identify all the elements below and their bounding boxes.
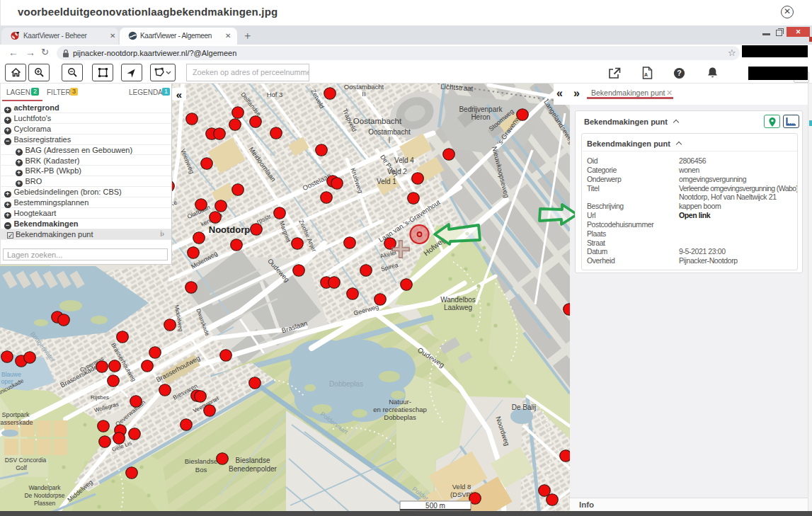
- svg-text:Blauwe: Blauwe: [1, 371, 21, 378]
- svg-text:Dobbeplas: Dobbeplas: [384, 413, 416, 421]
- svg-text:Wandelpark: Wandelpark: [28, 484, 61, 491]
- svg-text:|: |: [389, 136, 390, 143]
- svg-text:Veld 4: Veld 4: [394, 156, 414, 164]
- svg-text:Veld 1: Veld 1: [377, 178, 396, 185]
- svg-text:Bedrijvenpark: Bedrijvenpark: [459, 105, 503, 113]
- svg-text:Bieslandse: Bieslandse: [185, 457, 217, 465]
- svg-text:500 m: 500 m: [425, 502, 445, 510]
- svg-text:Heron: Heron: [471, 113, 490, 121]
- svg-text:Bieslandse: Bieslandse: [236, 457, 270, 464]
- svg-text:Wandelbos: Wandelbos: [440, 296, 476, 304]
- svg-text:A: A: [644, 72, 648, 77]
- svg-text:Veld 8: Veld 8: [452, 483, 471, 491]
- svg-text:Dobbeplas: Dobbeplas: [329, 380, 363, 388]
- svg-text:Sportpark: Sportpark: [1, 411, 30, 418]
- svg-text:Nootdorp: Nootdorp: [209, 224, 251, 235]
- svg-text:?: ?: [677, 69, 681, 77]
- svg-text:Laakweg: Laakweg: [444, 304, 472, 311]
- svg-text:en recreatieschap: en recreatieschap: [373, 406, 427, 413]
- svg-text:Benedenpolder: Benedenpolder: [229, 465, 278, 473]
- svg-text:Natuur-: Natuur-: [389, 398, 411, 406]
- svg-text:Oostambacht: Oostambacht: [353, 117, 402, 125]
- svg-text:De Balij: De Balij: [512, 403, 536, 411]
- svg-text:Oostambacht: Oostambacht: [368, 128, 411, 136]
- svg-text:Bos: Bos: [195, 466, 207, 474]
- svg-text:De Nootdorpse: De Nootdorpse: [24, 492, 64, 499]
- svg-text:DSV Concordia: DSV Concordia: [5, 457, 47, 464]
- svg-text:Golf: Golf: [16, 464, 27, 471]
- svg-text:«: «: [176, 88, 182, 101]
- svg-text:II: II: [362, 90, 365, 98]
- svg-text:Plassen: Plassen: [34, 500, 56, 507]
- svg-text:Rijsbes: Rijsbes: [91, 394, 109, 401]
- svg-text:rasserskade: rasserskade: [0, 419, 33, 426]
- svg-text:Hof 3: Hof 3: [267, 91, 283, 98]
